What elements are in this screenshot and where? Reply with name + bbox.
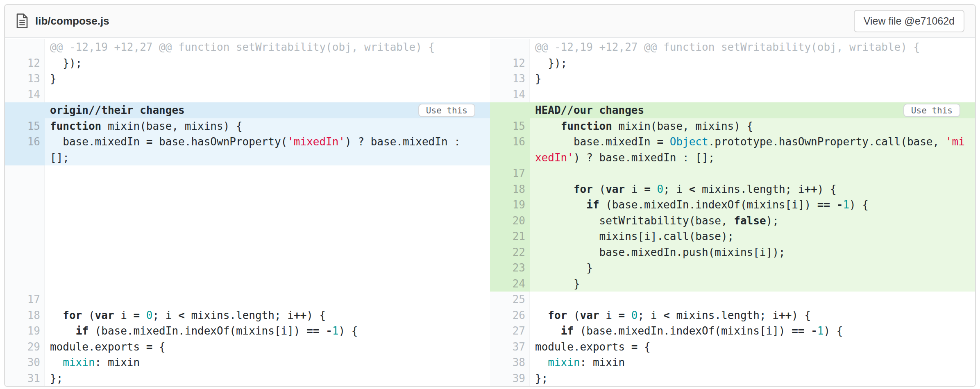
code-line bbox=[45, 87, 490, 103]
line-number: 26 bbox=[490, 308, 530, 323]
diff-row: []; bbox=[5, 150, 490, 166]
diff-pane-right: @@ -12,19 +12,27 @@ function setWritabil… bbox=[490, 39, 975, 386]
diff-row: 16 base.mixedIn = base.hasOwnProperty('m… bbox=[5, 134, 490, 150]
diff-row: xedIn') ? base.mixedIn : []; bbox=[490, 150, 975, 166]
line-number: 29 bbox=[5, 339, 45, 355]
line-number: 15 bbox=[490, 118, 530, 134]
diff-row: 17 bbox=[490, 165, 975, 181]
hunk-header: @@ -12,19 +12,27 @@ function setWritabil… bbox=[530, 39, 975, 55]
line-number: 20 bbox=[490, 213, 530, 229]
line-number: 27 bbox=[490, 323, 530, 339]
line-number: 24 bbox=[490, 276, 530, 292]
line-number bbox=[5, 102, 45, 118]
code-line: }); bbox=[530, 55, 975, 71]
diff-row: @@ -12,19 +12,27 @@ function setWritabil… bbox=[490, 39, 975, 55]
code-line: HEAD//our changesUse this bbox=[530, 102, 975, 118]
file-icon bbox=[16, 13, 29, 29]
diff-row: @@ -12,19 +12,27 @@ function setWritabil… bbox=[5, 39, 490, 55]
code-line: }); bbox=[45, 55, 490, 71]
diff-row: 23 } bbox=[490, 260, 975, 276]
file-header: lib/compose.js View file @e71062d bbox=[5, 5, 975, 38]
code-line: setWritability(base, false); bbox=[530, 213, 975, 229]
diff-row: 29module.exports = { bbox=[5, 339, 490, 355]
line-number: 17 bbox=[5, 292, 45, 308]
line-number: 14 bbox=[5, 87, 45, 103]
line-number: 22 bbox=[490, 244, 530, 260]
code-line: if (base.mixedIn.indexOf(mixins[i]) == -… bbox=[530, 323, 975, 339]
code-line bbox=[530, 165, 975, 181]
line-number: 23 bbox=[490, 260, 530, 276]
diff-row: 16 base.mixedIn = Object.prototype.hasOw… bbox=[490, 134, 975, 150]
line-number: 15 bbox=[5, 118, 45, 134]
line-number: 12 bbox=[490, 55, 530, 71]
code-line: module.exports = { bbox=[45, 339, 490, 355]
line-number: 18 bbox=[5, 308, 45, 323]
diff-row: 38 mixin: mixin bbox=[490, 355, 975, 371]
line-number: 21 bbox=[490, 228, 530, 244]
code-line: base.mixedIn = base.hasOwnProperty('mixe… bbox=[45, 134, 490, 150]
line-number bbox=[5, 39, 45, 55]
diff-pane-left: @@ -12,19 +12,27 @@ function setWritabil… bbox=[5, 39, 490, 386]
diff-row: 22 base.mixedIn.push(mixins[i]); bbox=[490, 244, 975, 260]
conflict-label: origin//their changes bbox=[50, 104, 185, 116]
diff-row: 17 bbox=[5, 292, 490, 308]
code-line: base.mixedIn.push(mixins[i]); bbox=[530, 244, 975, 260]
line-number bbox=[5, 150, 45, 166]
code-line bbox=[45, 292, 490, 308]
code-line: mixin: mixin bbox=[530, 355, 975, 371]
line-number bbox=[490, 39, 530, 55]
code-line: base.mixedIn = Object.prototype.hasOwnPr… bbox=[530, 134, 975, 150]
code-line bbox=[530, 292, 975, 308]
diff-row: 12 }); bbox=[5, 55, 490, 71]
hunk-header: @@ -12,19 +12,27 @@ function setWritabil… bbox=[45, 39, 490, 55]
line-number: 25 bbox=[490, 292, 530, 308]
conflict-header-row: HEAD//our changesUse this bbox=[490, 102, 975, 118]
line-number: 19 bbox=[490, 197, 530, 213]
line-number: 18 bbox=[490, 181, 530, 197]
diff-row: 19 if (base.mixedIn.indexOf(mixins[i]) =… bbox=[490, 197, 975, 213]
line-number: 37 bbox=[490, 339, 530, 355]
diff-row: 14 bbox=[490, 87, 975, 103]
code-line: for (var i = 0; i < mixins.length; i++) … bbox=[530, 308, 975, 323]
line-number: 19 bbox=[5, 323, 45, 339]
line-number: 13 bbox=[490, 71, 530, 87]
diff-row: 18 for (var i = 0; i < mixins.length; i+… bbox=[490, 181, 975, 197]
use-this-button-left[interactable]: Use this bbox=[418, 104, 475, 117]
code-line: function mixin(base, mixins) { bbox=[45, 118, 490, 134]
view-file-button[interactable]: View file @e71062d bbox=[854, 10, 964, 32]
code-line: for (var i = 0; i < mixins.length; i++) … bbox=[530, 181, 975, 197]
diff-row bbox=[5, 165, 490, 292]
code-line: for (var i = 0; i < mixins.length; i++) … bbox=[45, 308, 490, 323]
line-number: 14 bbox=[490, 87, 530, 103]
line-number bbox=[490, 102, 530, 118]
diff-row: 24 } bbox=[490, 276, 975, 292]
code-line: } bbox=[45, 71, 490, 87]
code-line: } bbox=[530, 276, 975, 292]
line-number: 16 bbox=[490, 134, 530, 150]
code-line: module.exports = { bbox=[530, 339, 975, 355]
line-number: 12 bbox=[5, 55, 45, 71]
diff-row: 15 function mixin(base, mixins) { bbox=[490, 118, 975, 134]
line-number: 39 bbox=[490, 371, 530, 387]
diff-row: 31}; bbox=[5, 371, 490, 387]
code-line: if (base.mixedIn.indexOf(mixins[i]) == -… bbox=[530, 197, 975, 213]
diff-row: 20 setWritability(base, false); bbox=[490, 213, 975, 229]
diff-row: 15function mixin(base, mixins) { bbox=[5, 118, 490, 134]
diff-row: 13} bbox=[5, 71, 490, 87]
code-line: origin//their changesUse this bbox=[45, 102, 490, 118]
conflict-label: HEAD//our changes bbox=[535, 104, 644, 116]
line-number: 16 bbox=[5, 134, 45, 150]
file-name: lib/compose.js bbox=[35, 15, 109, 27]
line-number bbox=[490, 150, 530, 166]
code-line bbox=[45, 165, 490, 292]
diff-row: 18 for (var i = 0; i < mixins.length; i+… bbox=[5, 308, 490, 323]
diff-row: 30 mixin: mixin bbox=[5, 355, 490, 371]
line-number: 38 bbox=[490, 355, 530, 371]
diff-row: 25 bbox=[490, 292, 975, 308]
use-this-button-right[interactable]: Use this bbox=[903, 104, 960, 117]
diff-row: 12 }); bbox=[490, 55, 975, 71]
code-line: mixin: mixin bbox=[45, 355, 490, 371]
code-line: } bbox=[530, 260, 975, 276]
line-number: 13 bbox=[5, 71, 45, 87]
file-diff-card: lib/compose.js View file @e71062d @@ -12… bbox=[4, 4, 976, 387]
